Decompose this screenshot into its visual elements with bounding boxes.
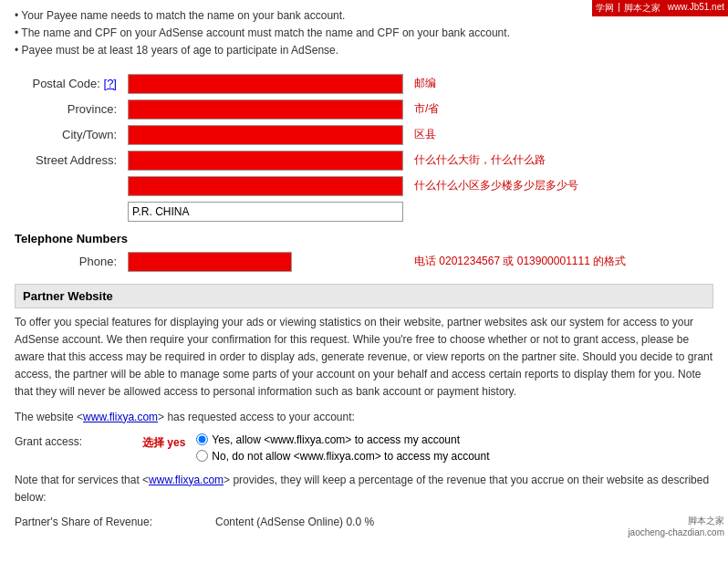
street2-label-empty <box>15 173 124 199</box>
note-flixya-link[interactable]: www.flixya.com <box>149 474 224 486</box>
province-row: Province: 北京市 市/省 <box>15 97 713 122</box>
watermark-url: www.Jb51.net <box>668 2 724 15</box>
country-field: P.R. CHINA <box>128 202 403 222</box>
postal-code-row: Postal Code: [?] 邮编 <box>15 71 713 97</box>
province-select[interactable]: 北京市 <box>128 99 403 120</box>
radio-options: Yes, allow <www.flixya.com> to access my… <box>196 433 489 463</box>
partner-share-value: Content (AdSense Online) 0.0 % <box>215 516 374 528</box>
grant-select-hint: 选择 yes <box>142 433 185 451</box>
phone-hint: 电话 0201234567 或 013900001111 的格式 <box>407 249 713 275</box>
partner-share-label: Partner's Share of Revenue: <box>15 516 215 528</box>
bullet-2: The name and CPF on your AdSense account… <box>15 25 713 42</box>
country-label-empty <box>15 199 124 224</box>
watermark-divider: | <box>618 2 620 15</box>
main-content: Your Payee name needs to match the name … <box>0 0 728 539</box>
bottom-wm-text1: 脚本之家 <box>688 516 724 526</box>
city-row: City/Town: 朝阳区 区县 <box>15 122 713 148</box>
website-request-link[interactable]: www.flixya.com <box>83 411 158 423</box>
bullet-3: Payee must be at least 18 years of age t… <box>15 42 713 59</box>
no-radio[interactable] <box>196 450 208 462</box>
address-form: Postal Code: [?] 邮编 Province: 北京市 市/省 <box>15 71 713 224</box>
country-input-cell: P.R. CHINA <box>124 199 407 224</box>
phone-label: Phone: <box>15 249 124 275</box>
phone-form: Phone: 电话 0201234567 或 013900001111 的格式 <box>15 249 713 275</box>
website-request-text: The website <www.flixya.com> has request… <box>15 409 713 426</box>
street1-input-cell <box>124 148 407 173</box>
street2-input[interactable] <box>128 176 403 196</box>
phone-input[interactable] <box>128 252 292 272</box>
postal-code-label: Postal Code: [?] <box>15 71 124 97</box>
postal-code-hint: 邮编 <box>407 71 713 97</box>
street1-hint: 什么什么大街，什么什么路 <box>407 148 713 173</box>
partner-section-header: Partner Website <box>15 284 713 308</box>
no-option-label[interactable]: No, do not allow <www.flixya.com> to acc… <box>196 450 489 463</box>
city-hint: 区县 <box>407 122 713 148</box>
grant-access-row: Grant access: 选择 yes Yes, allow <www.fli… <box>15 433 713 463</box>
phone-input-cell <box>124 249 407 275</box>
city-select[interactable]: 朝阳区 <box>128 125 403 145</box>
postal-code-input[interactable] <box>128 74 403 94</box>
bottom-watermark: 脚本之家 jaocheng-chazdian.com <box>624 513 728 539</box>
street1-row: Street Address: 什么什么大街，什么什么路 <box>15 148 713 173</box>
yes-radio[interactable] <box>196 433 208 445</box>
yes-option-label[interactable]: Yes, allow <www.flixya.com> to access my… <box>196 433 489 446</box>
bottom-wm-text2: jaocheng-chazdian.com <box>628 527 724 537</box>
province-label: Province: <box>15 97 124 122</box>
postal-code-help-link[interactable]: [?] <box>104 77 117 90</box>
grant-label: Grant access: <box>15 433 142 448</box>
street1-input[interactable] <box>128 151 403 171</box>
yes-option-text: Yes, allow <www.flixya.com> to access my… <box>212 433 460 446</box>
street2-input-cell <box>124 173 407 199</box>
partner-share-row: Partner's Share of Revenue: Content (AdS… <box>15 512 713 532</box>
watermark-text2: 脚本之家 <box>624 2 660 15</box>
street1-label: Street Address: <box>15 148 124 173</box>
watermark-text1: 学网 <box>596 2 614 15</box>
no-option-text: No, do not allow <www.flixya.com> to acc… <box>212 450 489 463</box>
telephone-section: Telephone Numbers Phone: 电话 0201234567 或… <box>15 232 713 275</box>
province-hint: 市/省 <box>407 97 713 122</box>
street2-hint: 什么什么小区多少楼多少层多少号 <box>407 173 713 199</box>
watermark-bar: 学网 | 脚本之家 www.Jb51.net <box>592 0 728 16</box>
postal-code-input-cell <box>124 71 407 97</box>
note-text: Note that for services that <www.flixya.… <box>15 472 713 506</box>
city-input-cell: 朝阳区 <box>124 122 407 148</box>
phone-row: Phone: 电话 0201234567 或 013900001111 的格式 <box>15 249 713 275</box>
country-row: P.R. CHINA <box>15 199 713 224</box>
telephone-title: Telephone Numbers <box>15 232 713 245</box>
page-wrapper: 学网 | 脚本之家 www.Jb51.net Your Payee name n… <box>0 0 728 539</box>
street2-row: 什么什么小区多少楼多少层多少号 <box>15 173 713 199</box>
partner-description: To offer you special features for displa… <box>15 314 713 401</box>
partner-section: Partner Website To offer you special fea… <box>15 284 713 533</box>
province-input-cell: 北京市 <box>124 97 407 122</box>
city-label: City/Town: <box>15 122 124 148</box>
